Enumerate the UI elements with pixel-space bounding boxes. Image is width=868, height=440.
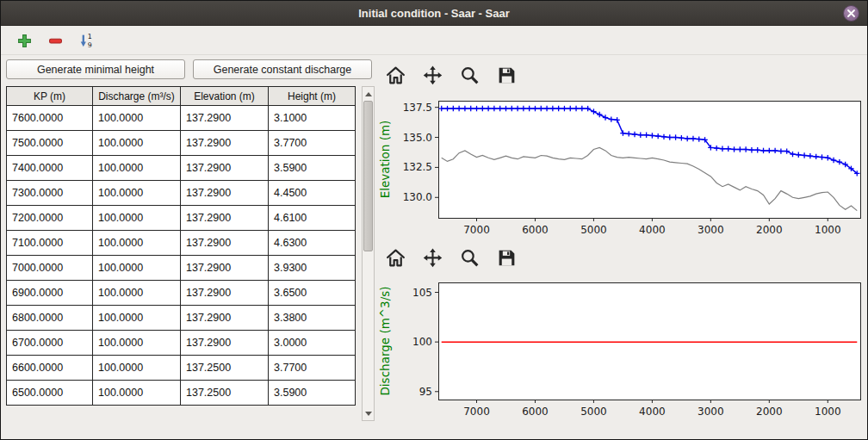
initial-condition-table: KP (m)Discharge (m³/s)Elevation (m)Heigh… bbox=[6, 86, 356, 406]
table-cell[interactable]: 7400.0000 bbox=[7, 156, 93, 181]
window-title: Initial condition - Saar - Saar bbox=[358, 7, 510, 20]
plot-area[interactable] bbox=[438, 101, 860, 218]
x-tick-label: 2000 bbox=[756, 406, 783, 418]
table-vertical-scrollbar[interactable] bbox=[362, 86, 375, 421]
sort-button[interactable]: 1 9 bbox=[73, 28, 99, 53]
scrollbar-thumb[interactable] bbox=[363, 101, 373, 251]
elevation-chart[interactable]: 7000600050004000300020001000137.5135.013… bbox=[377, 93, 865, 245]
pan-button[interactable] bbox=[419, 62, 445, 88]
scrollbar-up-arrow[interactable] bbox=[363, 88, 374, 100]
table-cell[interactable]: 137.2900 bbox=[181, 231, 269, 256]
pan-button[interactable] bbox=[419, 245, 445, 270]
generate-minimal-height-button[interactable]: Generate minimal height bbox=[6, 59, 185, 79]
generate-buttons-row: Generate minimal height Generate constan… bbox=[6, 59, 372, 79]
pan-icon bbox=[422, 247, 443, 269]
table-cell[interactable]: 100.0000 bbox=[93, 331, 181, 356]
table-cell[interactable]: 3.5900 bbox=[269, 381, 356, 406]
table-cell[interactable]: 137.2900 bbox=[181, 156, 269, 181]
zoom-icon bbox=[459, 65, 480, 86]
y-axis-label: Discharge (m^3/s) bbox=[378, 286, 392, 395]
table-cell[interactable]: 3.3800 bbox=[269, 306, 356, 331]
table-cell[interactable]: 100.0000 bbox=[93, 256, 181, 281]
table-cell[interactable]: 3.1000 bbox=[269, 106, 356, 131]
generate-constant-discharge-button[interactable]: Generate constant discharge bbox=[193, 59, 372, 79]
table-cell[interactable]: 7500.0000 bbox=[7, 131, 93, 156]
table-row: 7100.0000100.0000137.29004.6300 bbox=[7, 231, 356, 256]
table-cell[interactable]: 100.0000 bbox=[93, 181, 181, 206]
table-cell[interactable]: 7300.0000 bbox=[7, 181, 93, 206]
svg-text:9: 9 bbox=[87, 41, 91, 49]
sort-icon: 1 9 bbox=[78, 33, 95, 49]
table-cell[interactable]: 137.2900 bbox=[181, 256, 269, 281]
table-cell[interactable]: 3.6500 bbox=[269, 281, 356, 306]
table-cell[interactable]: 100.0000 bbox=[93, 281, 181, 306]
table-cell[interactable]: 4.6100 bbox=[269, 206, 356, 231]
table-cell[interactable]: 3.7700 bbox=[269, 356, 356, 381]
table-cell[interactable]: 137.2900 bbox=[181, 131, 269, 156]
table-row: 7500.0000100.0000137.29003.7700 bbox=[7, 131, 356, 156]
table-cell[interactable]: 3.0000 bbox=[269, 331, 356, 356]
x-tick-label: 5000 bbox=[580, 224, 607, 236]
save-icon bbox=[496, 65, 518, 86]
y-tick-label: 137.5 bbox=[403, 102, 432, 114]
table-cell[interactable]: 7000.0000 bbox=[7, 256, 93, 281]
add-row-button[interactable] bbox=[11, 28, 37, 53]
table-cell[interactable]: 6900.0000 bbox=[7, 281, 93, 306]
save-button[interactable] bbox=[493, 245, 519, 270]
x-tick-label: 3000 bbox=[698, 224, 724, 236]
table-cell[interactable]: 3.7700 bbox=[269, 131, 356, 156]
scrollbar-down-arrow[interactable] bbox=[363, 407, 374, 419]
discharge-chart-toolbar bbox=[382, 245, 519, 270]
svg-text:1: 1 bbox=[87, 33, 91, 40]
x-tick-label: 4000 bbox=[639, 224, 666, 236]
remove-row-button[interactable] bbox=[42, 28, 68, 53]
discharge-chart[interactable]: 700060005000400030002000100010510095Disc… bbox=[377, 275, 865, 427]
table-row: 7600.0000100.0000137.29003.1000 bbox=[7, 106, 356, 131]
table-cell[interactable]: 6600.0000 bbox=[7, 356, 93, 381]
table-column-header[interactable]: Height (m) bbox=[269, 87, 356, 106]
table-cell[interactable]: 137.2900 bbox=[181, 106, 269, 131]
table-cell[interactable]: 6700.0000 bbox=[7, 331, 93, 356]
home-button[interactable] bbox=[382, 62, 408, 88]
zoom-button[interactable] bbox=[456, 62, 482, 88]
table-row: 7300.0000100.0000137.29004.4500 bbox=[7, 181, 356, 206]
table-cell[interactable]: 137.2900 bbox=[181, 306, 269, 331]
x-tick-label: 6000 bbox=[522, 406, 549, 418]
table-cell[interactable]: 3.9300 bbox=[269, 256, 356, 281]
table-column-header[interactable]: KP (m) bbox=[7, 87, 93, 106]
table-cell[interactable]: 137.2500 bbox=[181, 356, 269, 381]
table-cell[interactable]: 100.0000 bbox=[93, 231, 181, 256]
x-tick-label: 5000 bbox=[580, 406, 607, 418]
table-cell[interactable]: 4.6300 bbox=[269, 231, 356, 256]
table-cell[interactable]: 100.0000 bbox=[93, 381, 181, 406]
table-cell[interactable]: 137.2900 bbox=[181, 331, 269, 356]
table-cell[interactable]: 100.0000 bbox=[93, 106, 181, 131]
table-cell[interactable]: 137.2900 bbox=[181, 281, 269, 306]
table-cell[interactable]: 100.0000 bbox=[93, 156, 181, 181]
table-cell[interactable]: 6500.0000 bbox=[7, 381, 93, 406]
table-cell[interactable]: 4.4500 bbox=[269, 181, 356, 206]
table-column-header[interactable]: Discharge (m³/s) bbox=[93, 87, 181, 106]
table-cell[interactable]: 100.0000 bbox=[93, 306, 181, 331]
table-cell[interactable]: 137.2500 bbox=[181, 381, 269, 406]
plot-area[interactable] bbox=[438, 282, 860, 400]
table-cell[interactable]: 7600.0000 bbox=[7, 106, 93, 131]
save-button[interactable] bbox=[493, 62, 519, 88]
table-cell[interactable]: 137.2900 bbox=[181, 181, 269, 206]
table-cell[interactable]: 3.5900 bbox=[269, 156, 356, 181]
table-cell[interactable]: 6800.0000 bbox=[7, 306, 93, 331]
table-cell[interactable]: 100.0000 bbox=[93, 206, 181, 231]
table-cell[interactable]: 100.0000 bbox=[93, 131, 181, 156]
y-tick-label: 130.0 bbox=[403, 191, 432, 203]
table-column-header[interactable]: Elevation (m) bbox=[181, 87, 269, 106]
x-tick-label: 7000 bbox=[463, 224, 490, 236]
table-cell[interactable]: 100.0000 bbox=[93, 356, 181, 381]
titlebar[interactable]: Initial condition - Saar - Saar bbox=[1, 1, 867, 26]
close-button[interactable] bbox=[843, 5, 859, 22]
zoom-button[interactable] bbox=[456, 245, 482, 270]
table-cell[interactable]: 137.2900 bbox=[181, 206, 269, 231]
table-cell[interactable]: 7200.0000 bbox=[7, 206, 93, 231]
table-cell[interactable]: 7100.0000 bbox=[7, 231, 93, 256]
x-tick-label: 1000 bbox=[815, 224, 841, 236]
home-button[interactable] bbox=[382, 245, 408, 270]
